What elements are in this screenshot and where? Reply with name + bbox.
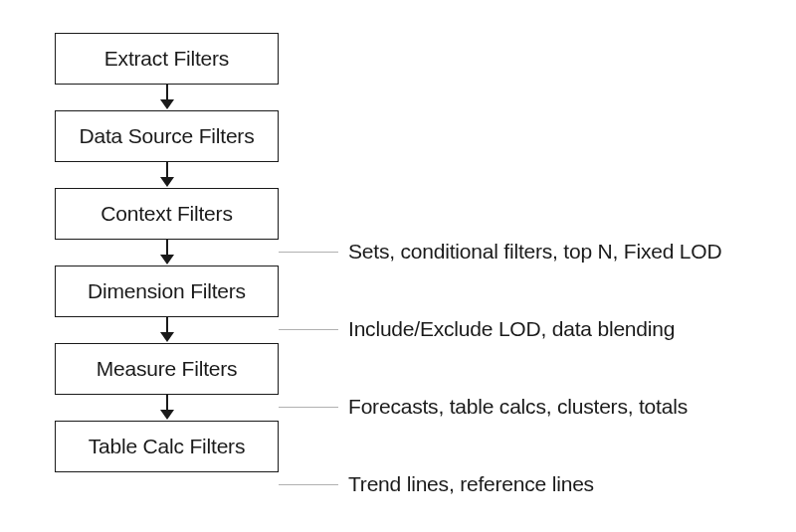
stage-measure-filters: Measure Filters — [55, 343, 279, 395]
annot-line-1 — [279, 252, 338, 253]
annot-line-3 — [279, 407, 338, 408]
stage-data-source-filters: Data Source Filters — [55, 110, 279, 162]
stage-dimension-filters: Dimension Filters — [55, 266, 279, 317]
annot-line-2 — [279, 329, 338, 330]
stage-context-filters: Context Filters — [55, 188, 279, 240]
annot-trend-reference: Trend lines, reference lines — [348, 472, 594, 496]
stage-extract-filters: Extract Filters — [55, 33, 279, 85]
annot-sets-fixed-lod: Sets, conditional filters, top N, Fixed … — [348, 240, 721, 264]
annot-forecasts-totals: Forecasts, table calcs, clusters, totals — [348, 395, 688, 419]
stage-table-calc-filters: Table Calc Filters — [55, 421, 279, 472]
annot-line-4 — [279, 484, 338, 485]
annot-include-exclude: Include/Exclude LOD, data blending — [348, 317, 675, 341]
